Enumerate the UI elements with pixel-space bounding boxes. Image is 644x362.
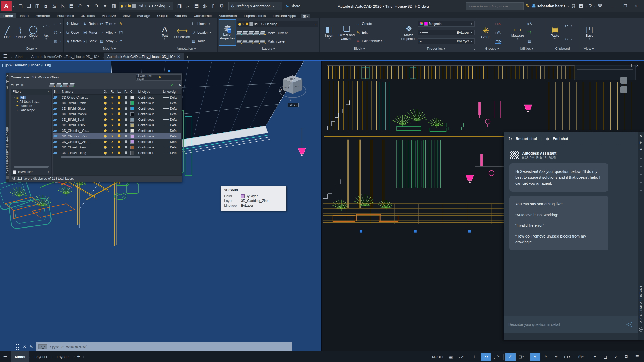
- layers-panel-label[interactable]: Layers ▾: [218, 47, 319, 52]
- new-file-icon[interactable]: ▢: [17, 2, 25, 10]
- make-current-icon[interactable]: ✦: [260, 31, 265, 35]
- save-icon[interactable]: ◫: [34, 2, 42, 10]
- grip-dot[interactable]: [168, 70, 170, 72]
- explode-button[interactable]: ⬚: [119, 30, 123, 35]
- layer-freeze-icon[interactable]: ☀: [111, 107, 114, 110]
- linear-dimension-button[interactable]: ⊢Linear▾: [191, 21, 212, 26]
- table-button[interactable]: ▦Table: [191, 39, 212, 44]
- command-close-icon[interactable]: ✕: [23, 344, 26, 349]
- layer-plot-icon[interactable]: [125, 102, 127, 104]
- layer-color-swatch[interactable]: [130, 107, 134, 110]
- layer-lock-icon[interactable]: [118, 135, 120, 137]
- grid-display-icon[interactable]: ▦: [446, 353, 456, 361]
- ungroup-button[interactable]: ◻✕: [495, 21, 501, 26]
- layer-color-swatch[interactable]: [130, 112, 134, 116]
- layer-color-swatch[interactable]: [130, 129, 134, 133]
- autocad-logo[interactable]: A: [1, 1, 12, 11]
- layer-row[interactable]: 3D_Bifold_Track ☀ Continuous Defa.: [53, 122, 181, 128]
- model-space-button[interactable]: MODEL: [431, 353, 445, 361]
- layout-tab-layout2[interactable]: Layout2: [52, 351, 73, 362]
- layer-on-icon[interactable]: [104, 152, 107, 154]
- layer-color-swatch[interactable]: [130, 96, 134, 99]
- delete-layer-icon[interactable]: ✕: [62, 83, 68, 87]
- layer-unlock-icon2[interactable]: 🔓︎: [254, 40, 260, 43]
- layer-thaw-all-icon[interactable]: ☀: [248, 40, 254, 43]
- group-edit-button[interactable]: ◻✎: [495, 30, 501, 35]
- layer-select-dropdown[interactable]: ☀ 3d_LS_Decking ▾: [237, 21, 318, 27]
- command-grip-handle[interactable]: [16, 344, 20, 350]
- layer-row[interactable]: 3D_Bifold_Glass ☀ Continuous Defa.: [53, 106, 181, 111]
- view-panel-label[interactable]: View ▾ ⌟: [580, 47, 644, 52]
- layer-filter-item[interactable]: ⏷Furniture: [12, 104, 51, 108]
- nav-button-1[interactable]: [620, 77, 627, 84]
- assistant-close-icon[interactable]: ✕: [640, 134, 642, 141]
- layout-tab-layout1[interactable]: Layout1: [30, 351, 52, 362]
- group-button[interactable]: ✳︎Group: [477, 19, 494, 46]
- layer-row[interactable]: 3D-Office-Chair-... ☀ Continuous Defa.: [53, 95, 181, 100]
- copy-button[interactable]: ⧉Copy: [65, 30, 82, 35]
- angle-snap-icon[interactable]: ∠: [505, 353, 516, 361]
- layer-plot-icon[interactable]: [125, 108, 127, 110]
- dimension-button[interactable]: ⟷Dimension: [174, 19, 190, 46]
- layer-lock-icon[interactable]: [118, 124, 120, 126]
- settings-gear-icon[interactable]: ⚙: [179, 83, 182, 87]
- layer-freeze-icon[interactable]: ☀: [111, 123, 114, 127]
- command-input[interactable]: >_ ▾ Type a command: [36, 342, 292, 351]
- new-group-filter-icon[interactable]: 🗀︎: [16, 83, 19, 87]
- scale-button[interactable]: ◱Scale: [83, 39, 99, 44]
- refresh-icon[interactable]: ⟳: [171, 83, 173, 87]
- palette-close-icon[interactable]: ✕: [6, 74, 9, 80]
- clean-screen-icon[interactable]: ⧉: [622, 353, 632, 361]
- leader-button[interactable]: ↗Leader▾: [191, 30, 212, 35]
- new-layer-vp-frozen-icon[interactable]: ❆: [56, 83, 62, 87]
- redo-caret[interactable]: ▾: [101, 2, 109, 10]
- layer-color-swatch[interactable]: [130, 123, 134, 127]
- match-properties-button[interactable]: ❖Match Properties: [401, 19, 417, 46]
- layer-lock-icon[interactable]: [118, 141, 120, 143]
- ribbon-tab-output[interactable]: Output: [154, 13, 171, 18]
- layer-properties-button[interactable]: Layer Properties: [219, 19, 236, 46]
- dynamic-input-icon[interactable]: ⊡▾: [516, 353, 526, 361]
- invert-filter-checkbox[interactable]: [13, 170, 16, 174]
- layer-plot-icon[interactable]: [125, 96, 127, 99]
- command-wrench-icon[interactable]: 🔧︎: [29, 345, 33, 349]
- filters-collapse-button[interactable]: «: [48, 90, 50, 94]
- close-tab-icon[interactable]: ✕: [177, 54, 180, 59]
- sheet-set-icon[interactable]: ▤: [192, 2, 200, 10]
- set-current-layer-icon[interactable]: ✓: [69, 83, 75, 87]
- layer-row[interactable]: 3D_Cladding_Zinc ☀ Continuous Defa.: [53, 133, 181, 139]
- ribbon-tab-automation[interactable]: Automation: [215, 13, 240, 18]
- save-as-icon[interactable]: ⧈: [42, 2, 50, 10]
- layout-tab-model[interactable]: Model: [11, 351, 29, 362]
- isolate-objects-button[interactable]: ⬚: [527, 30, 532, 35]
- ortho-mode-icon[interactable]: ∟: [470, 353, 480, 361]
- store-cart-icon[interactable]: 🛒︎: [571, 3, 576, 9]
- sheet-icon[interactable]: ▯: [209, 2, 217, 10]
- open-from-mobile-icon[interactable]: ⇱: [59, 2, 67, 10]
- block-panel-label[interactable]: Block ▾: [320, 47, 399, 52]
- edit-attributes-button[interactable]: ✏︎Edit Attributes▾: [356, 39, 387, 44]
- layer-filter-item[interactable]: ⏷Landscape: [12, 108, 51, 112]
- viewport-label[interactable]: [+][SW Isometric][Hidden (Fast)]: [2, 63, 51, 67]
- layer-row[interactable]: 3D_Closet_Hang... ☀ Continuous Defa.: [53, 150, 181, 156]
- redo-icon[interactable]: ↷: [93, 2, 101, 10]
- layer-plot-icon[interactable]: [125, 135, 127, 137]
- vp-minimize-icon[interactable]: —: [621, 64, 624, 68]
- layer-color-swatch[interactable]: [130, 101, 134, 105]
- file-tab[interactable]: Autodesk AutoCAD ...Tiny_House-3D_HC* ✕: [104, 53, 184, 60]
- layer-plot-icon[interactable]: [125, 124, 127, 126]
- layer-unisolate-icon[interactable]: ↗: [242, 40, 248, 43]
- end-chat-button[interactable]: End chat: [553, 137, 568, 141]
- isodraft-icon[interactable]: ⋰▾: [491, 353, 502, 361]
- search-icon[interactable]: 🔍︎: [525, 3, 530, 9]
- ribbon-tab-insert[interactable]: Insert: [16, 13, 32, 18]
- ribbon-tab-3d-tools[interactable]: 3D Tools: [77, 13, 98, 18]
- ribbon-tab-add-ins[interactable]: Add-ins: [171, 13, 190, 18]
- cut-clip-button[interactable]: ✂︎▾: [564, 24, 573, 29]
- ribbon-tab-collaborate[interactable]: Collaborate: [190, 13, 215, 18]
- assistant-autohide-icon[interactable]: ⊩: [640, 141, 642, 148]
- new-property-filter-icon[interactable]: 🗀︎: [11, 83, 14, 87]
- ellipse-button[interactable]: ⬡▾: [53, 30, 62, 35]
- layer-search-box[interactable]: Search for layer 🔍︎: [136, 74, 182, 81]
- new-drawing-tab-button[interactable]: +: [186, 54, 189, 60]
